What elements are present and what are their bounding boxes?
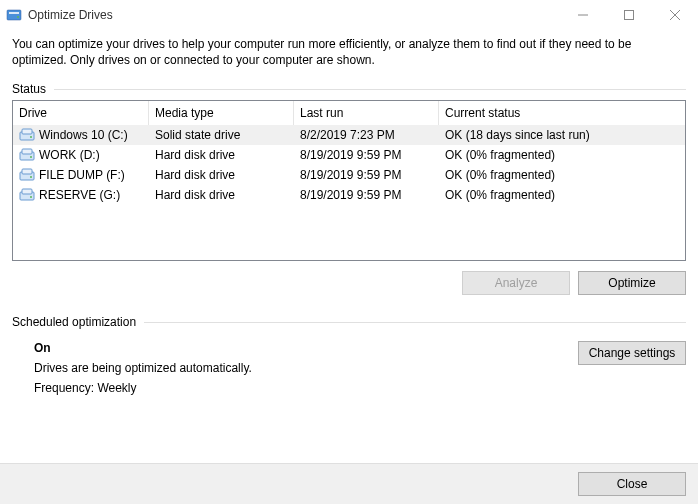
change-settings-button[interactable]: Change settings [578, 341, 686, 365]
svg-point-9 [30, 136, 32, 138]
drive-lastrun: 8/19/2019 9:59 PM [294, 148, 439, 162]
table-row[interactable]: FILE DUMP (F:) Hard disk drive 8/19/2019… [13, 165, 685, 185]
drive-name: WORK (D:) [39, 148, 100, 162]
optimize-button[interactable]: Optimize [578, 271, 686, 295]
analyze-button[interactable]: Analyze [462, 271, 570, 295]
svg-rect-17 [22, 189, 32, 194]
svg-rect-0 [7, 10, 21, 20]
drive-name: FILE DUMP (F:) [39, 168, 125, 182]
drive-action-buttons: Analyze Optimize [12, 271, 686, 295]
schedule-label-text: Scheduled optimization [12, 315, 136, 329]
drive-lastrun: 8/2/2019 7:23 PM [294, 128, 439, 142]
schedule-freq-value: Weekly [97, 381, 136, 395]
drive-name: Windows 10 (C:) [39, 128, 128, 142]
drive-media: Hard disk drive [149, 148, 294, 162]
drive-status: OK (18 days since last run) [439, 128, 649, 142]
schedule-state: On [34, 341, 578, 355]
column-header-lastrun[interactable]: Last run [294, 101, 439, 125]
divider [144, 322, 686, 323]
minimize-button[interactable] [560, 0, 606, 30]
svg-rect-1 [9, 12, 19, 14]
drive-name: RESERVE (G:) [39, 188, 120, 202]
titlebar: Optimize Drives [0, 0, 698, 30]
window-title: Optimize Drives [28, 8, 113, 22]
schedule-freq-label: Frequency: [34, 381, 94, 395]
drive-status: OK (0% fragmented) [439, 148, 649, 162]
close-window-button[interactable] [652, 0, 698, 30]
close-button[interactable]: Close [578, 472, 686, 496]
description-text: You can optimize your drives to help you… [12, 36, 686, 68]
drive-media: Hard disk drive [149, 188, 294, 202]
svg-rect-4 [625, 11, 634, 20]
svg-rect-8 [22, 129, 32, 134]
drive-icon [19, 147, 35, 163]
drives-list[interactable]: Drive Media type Last run Current status… [12, 100, 686, 261]
maximize-button[interactable] [606, 0, 652, 30]
status-section-label: Status [12, 82, 686, 96]
table-row[interactable]: WORK (D:) Hard disk drive 8/19/2019 9:59… [13, 145, 685, 165]
app-icon [6, 7, 22, 23]
dialog-footer: Close [0, 463, 698, 504]
drive-lastrun: 8/19/2019 9:59 PM [294, 188, 439, 202]
drive-media: Hard disk drive [149, 168, 294, 182]
drive-lastrun: 8/19/2019 9:59 PM [294, 168, 439, 182]
status-label-text: Status [12, 82, 46, 96]
drives-list-header: Drive Media type Last run Current status [13, 101, 685, 125]
drive-icon [19, 167, 35, 183]
divider [54, 89, 686, 90]
svg-rect-11 [22, 149, 32, 154]
drive-media: Solid state drive [149, 128, 294, 142]
svg-rect-14 [22, 169, 32, 174]
drive-icon [19, 187, 35, 203]
svg-point-15 [30, 176, 32, 178]
svg-point-12 [30, 156, 32, 158]
table-row[interactable]: RESERVE (G:) Hard disk drive 8/19/2019 9… [13, 185, 685, 205]
drive-status: OK (0% fragmented) [439, 188, 649, 202]
schedule-frequency: Frequency: Weekly [34, 381, 578, 395]
table-row[interactable]: Windows 10 (C:) Solid state drive 8/2/20… [13, 125, 685, 145]
drive-icon [19, 127, 35, 143]
column-header-media[interactable]: Media type [149, 101, 294, 125]
svg-point-2 [17, 16, 19, 18]
column-header-drive[interactable]: Drive [13, 101, 149, 125]
drive-status: OK (0% fragmented) [439, 168, 649, 182]
schedule-section-label: Scheduled optimization [12, 315, 686, 329]
column-header-status[interactable]: Current status [439, 101, 685, 125]
svg-point-18 [30, 196, 32, 198]
schedule-description: Drives are being optimized automatically… [34, 361, 578, 375]
